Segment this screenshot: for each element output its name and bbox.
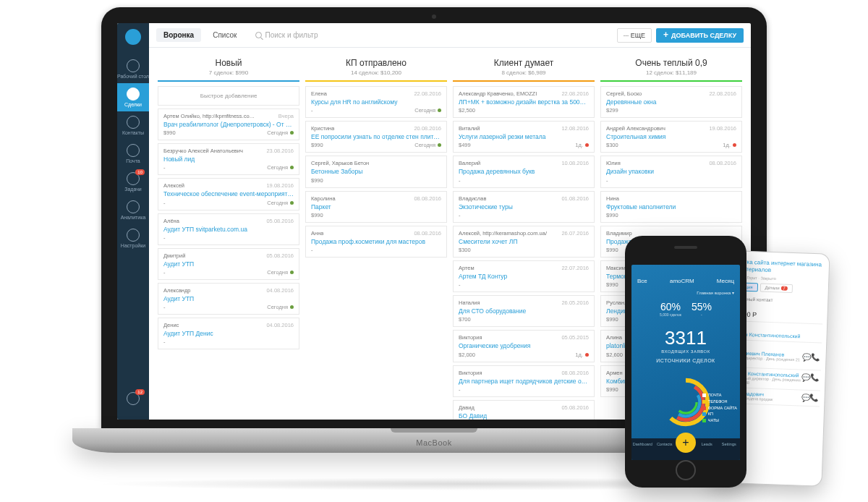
deal-card[interactable]: Анна08.08.2016 Продажа проф.косметики дл…: [305, 226, 447, 258]
deal-card[interactable]: Алексей, http://keramashop.com.ua/26.07.…: [453, 226, 595, 258]
card-contact: Нина: [606, 195, 619, 202]
deal-card[interactable]: Наталия26.05.2016 Для СТО оборудование $…: [453, 295, 595, 327]
card-price: $990: [606, 281, 618, 288]
column-header: Очень теплый 0,912 сделок: $11,189: [600, 58, 742, 82]
tab-contacts[interactable]: Contacts: [654, 438, 676, 460]
contacts-icon: [127, 116, 140, 129]
card-date: 22.08.2016: [709, 90, 736, 97]
card-price: $300: [459, 247, 471, 253]
laptop-brand: MacBook: [416, 438, 451, 447]
deal-card[interactable]: Владислав01.08.2016 Экзотические туры -: [453, 191, 595, 223]
column-title: КП отправлено: [305, 58, 447, 68]
sidebar-item-tasks[interactable]: 10Задачи: [117, 168, 149, 196]
card-price: $990: [606, 247, 618, 253]
quick-add-button[interactable]: Быстрое добавление: [158, 86, 299, 106]
card-title: Аудит УТП: [163, 295, 294, 302]
column-subtitle: 14 сделок: $10,200: [305, 69, 447, 76]
tab-settings[interactable]: Settings: [718, 438, 741, 460]
more-button[interactable]: ··· ЕЩЕ: [617, 28, 652, 43]
card-price: -: [311, 107, 313, 114]
card-title: Фруктовые наполнители: [606, 203, 736, 210]
card-title: Новый лид: [163, 156, 294, 163]
deal-card[interactable]: Давид05.08.2016 БО Давид -: [453, 400, 595, 420]
deal-card[interactable]: Алексей19.08.2016 Техническое обеспечени…: [158, 178, 299, 210]
deal-card[interactable]: Алёна05.08.2016 Аудит УТП svitparketu.co…: [158, 213, 299, 245]
view-tab-funnel[interactable]: Воронка: [156, 28, 201, 42]
card-price: -: [163, 339, 166, 345]
sidebar-notifications[interactable]: 12: [117, 388, 149, 411]
call-icon[interactable]: 📞: [809, 393, 818, 401]
deal-card[interactable]: Елена22.08.2016 Курсы для HR по английск…: [305, 86, 447, 118]
column-subtitle: 8 сделок: $6,989: [453, 69, 595, 76]
chat-icon[interactable]: 💬: [801, 393, 809, 401]
card-price: -: [163, 234, 166, 241]
deal-card[interactable]: Безручко Алексей Анатольевич23.08.2016 Н…: [158, 143, 299, 175]
card-contact: Елена: [311, 90, 327, 97]
card-status: Сегодня: [267, 304, 294, 310]
deal-card[interactable]: Дмитрий05.08.2016 Аудит УТП -Сегодня: [158, 248, 299, 280]
card-title: Экзотические туры: [459, 203, 589, 210]
deal-card[interactable]: Валерий10.08.2016 Продажа деревянных бук…: [453, 156, 595, 187]
deal-card[interactable]: Виктория05.05.2015 Органические удобрени…: [453, 330, 595, 362]
card-contact: Юлия: [606, 160, 621, 166]
column-subtitle: 12 сделок: $11,189: [600, 69, 742, 76]
sidebar-item-contacts[interactable]: Контакты: [117, 111, 149, 140]
deal-card[interactable]: Андрей Александрович19.08.2016 Строитель…: [600, 121, 742, 153]
search-input[interactable]: Поиск и фильтр: [248, 31, 612, 39]
svg-point-3: [675, 391, 697, 413]
add-deal-button[interactable]: ДОБАВИТЬ СДЕЛКУ: [656, 28, 744, 43]
card-title: Продажа проф.косметики для мастеров: [311, 238, 441, 245]
phone-filter-button[interactable]: Месяц: [717, 278, 734, 284]
card-status: Сегодня: [267, 164, 294, 171]
column-header: КП отправлено14 сделок: $10,200: [305, 58, 447, 82]
deal-card[interactable]: Сергей, Боско22.08.2016 Деревянные окна …: [600, 86, 742, 118]
sidebar-item-analytics[interactable]: Аналитика: [117, 196, 149, 224]
app-logo-icon[interactable]: [125, 29, 141, 45]
deal-card[interactable]: Каролина08.08.2016 Паркет $990: [305, 191, 447, 223]
tab-dashboard[interactable]: Dashboard: [631, 438, 654, 460]
deal-card[interactable]: Юлия08.08.2016 Дизайн упаковки -: [600, 156, 742, 187]
sidebar-item-deals[interactable]: Сделки: [117, 83, 149, 111]
view-tab-list[interactable]: Список: [205, 28, 244, 42]
deal-card[interactable]: Денис04.08.2016 Аудит УТП Денис -: [158, 318, 299, 349]
card-price: $700: [459, 316, 471, 323]
card-date: 26.07.2016: [561, 230, 589, 237]
deal-card[interactable]: Артем Олийко, http://kpmfitness.com.ua/В…: [158, 109, 299, 140]
card-date: 08.08.2016: [414, 230, 441, 237]
card-date: 12.08.2016: [561, 125, 589, 132]
card-price: -: [606, 177, 608, 184]
sidebar-item-mail[interactable]: Почта: [117, 140, 149, 168]
tab-add-button[interactable]: +: [676, 433, 696, 453]
chat-icon[interactable]: 💬: [801, 373, 810, 381]
card-title: БО Давид: [459, 412, 589, 420]
card-date: 04.08.2016: [266, 322, 294, 328]
card-price: -: [163, 304, 166, 310]
card-title: Техническое обеспечение event-мероприяти…: [163, 190, 294, 197]
deal-card[interactable]: Сергей, Харьков Бетон Бетонные Заборы $9…: [305, 156, 447, 187]
deal-card[interactable]: Александр Кравченко, EMOZZI22.08.2016 ЛП…: [453, 86, 595, 118]
tab-details[interactable]: Детали 7: [760, 284, 792, 294]
deal-card[interactable]: Александр04.08.2016 Аудит УТП -Сегодня: [158, 283, 299, 315]
card-contact: Безручко Алексей Анатольевич: [163, 148, 243, 154]
deal-card[interactable]: Артем22.07.2016 Артем ТД Контур -: [453, 260, 595, 292]
card-contact: Кристина: [311, 125, 334, 132]
card-date: 20.08.2016: [414, 125, 441, 132]
deal-card[interactable]: Виталий12.08.2016 Услуги лазерной резки …: [453, 121, 595, 153]
card-title: Врач реабилитолог (Днепропетровск) - От …: [163, 121, 294, 128]
phone-all-label[interactable]: Все: [637, 278, 647, 284]
tab-leads[interactable]: Leads: [696, 438, 718, 460]
call-icon[interactable]: 📞: [811, 353, 820, 361]
deal-card[interactable]: Нина Фруктовые наполнители $990: [600, 191, 742, 223]
sources-legend: ПОЧТА ТЕЛЕФОН ФОРМА САЙТА КП ЧАТЫ: [702, 392, 737, 424]
deal-card[interactable]: Виктория08.08.2016 Для партнера ищет под…: [453, 365, 595, 397]
chat-icon[interactable]: 💬: [802, 353, 811, 361]
sidebar-item-desktop[interactable]: Рабочий стол: [117, 55, 149, 83]
card-contact: Каролина: [311, 195, 336, 202]
funnel-dropdown[interactable]: Главная воронка: [697, 291, 731, 295]
deal-card[interactable]: Кристина20.08.2016 ЕЕ попросили узнать п…: [305, 121, 447, 153]
call-icon[interactable]: 📞: [810, 373, 819, 381]
sidebar-item-settings[interactable]: Настройки: [117, 224, 149, 252]
sidebar: Рабочий стол Сделки Контакты Почта 10Зад…: [117, 23, 149, 420]
card-contact: Наталия: [459, 299, 480, 306]
card-title: Услуги лазерной резки метала: [459, 133, 589, 140]
